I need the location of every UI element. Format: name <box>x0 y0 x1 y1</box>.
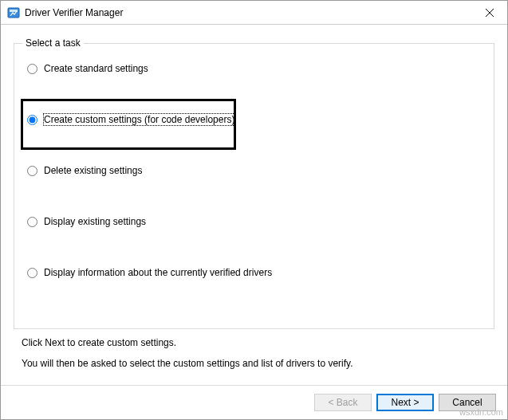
option-display-existing[interactable]: Display existing settings <box>27 216 486 227</box>
radio-create-custom[interactable] <box>27 115 37 125</box>
option-create-custom[interactable]: Create custom settings (for code develop… <box>27 114 486 125</box>
svg-rect-0 <box>8 8 19 18</box>
radio-display-info[interactable] <box>27 268 37 278</box>
radio-display-existing[interactable] <box>27 217 37 227</box>
close-button[interactable] <box>471 1 507 24</box>
radio-create-standard[interactable] <box>27 64 37 74</box>
next-button[interactable]: Next > <box>376 394 434 411</box>
label-delete-existing: Delete existing settings <box>44 165 142 176</box>
hint-line1: Click Next to create custom settings. <box>22 337 494 348</box>
label-display-info: Display information about the currently … <box>44 267 272 278</box>
option-display-info[interactable]: Display information about the currently … <box>27 267 486 278</box>
close-icon <box>486 9 494 17</box>
label-create-standard: Create standard settings <box>44 63 148 74</box>
content-area: Select a task Create standard settings C… <box>1 25 507 385</box>
back-button[interactable]: < Back <box>314 394 372 411</box>
label-display-existing: Display existing settings <box>44 216 146 227</box>
group-legend: Select a task <box>22 37 84 49</box>
cancel-button[interactable]: Cancel <box>439 394 496 411</box>
radio-delete-existing[interactable] <box>27 166 37 176</box>
app-icon <box>7 6 20 19</box>
dialog-window: Driver Verifier Manager Select a task Cr… <box>0 0 508 420</box>
titlebar: Driver Verifier Manager <box>1 1 507 25</box>
window-title: Driver Verifier Manager <box>25 7 471 18</box>
hint-line2: You will then be asked to select the cus… <box>22 358 494 369</box>
option-delete-existing[interactable]: Delete existing settings <box>27 165 486 176</box>
label-create-custom: Create custom settings (for code develop… <box>44 114 234 125</box>
button-bar: < Back Next > Cancel <box>1 385 507 419</box>
option-create-standard[interactable]: Create standard settings <box>27 63 486 74</box>
task-group: Select a task Create standard settings C… <box>14 37 494 329</box>
